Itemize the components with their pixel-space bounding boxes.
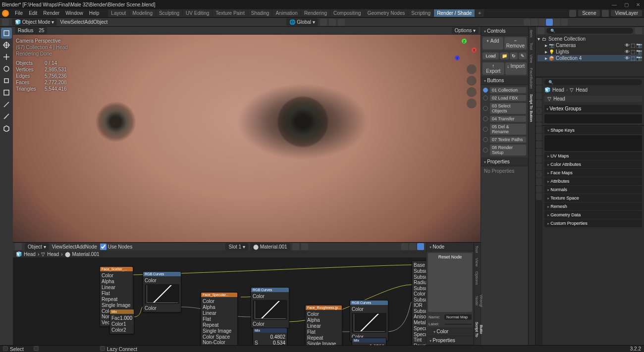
workspace-tab[interactable]: Animation bbox=[272, 9, 300, 17]
annotate-tool[interactable] bbox=[1, 99, 12, 110]
workspace-tab[interactable]: Scripting bbox=[408, 9, 433, 17]
rgb-curves-node-1[interactable]: RGB Curves ColorColor bbox=[143, 271, 181, 312]
menu-render[interactable]: Render bbox=[40, 9, 62, 17]
maximize-icon[interactable]: ▢ bbox=[622, 2, 630, 7]
side-tab[interactable]: Script To Button bbox=[529, 92, 535, 124]
props-tab-icon[interactable] bbox=[536, 134, 542, 141]
props-section[interactable]: Geometry Data bbox=[544, 211, 642, 219]
load-edit-icon[interactable]: ✎ bbox=[519, 52, 527, 59]
mode-menu-view[interactable]: View bbox=[60, 19, 71, 25]
pivot-icon[interactable] bbox=[338, 19, 345, 26]
workspace-tab[interactable]: Sculpting bbox=[156, 9, 182, 17]
ne-menu[interactable]: Node bbox=[85, 244, 97, 250]
shape-keys-slot[interactable] bbox=[544, 135, 642, 151]
export-button[interactable]: ↑ Export bbox=[483, 62, 504, 75]
side-tab[interactable]: Tool bbox=[529, 41, 535, 52]
mode-menu-object[interactable]: Object bbox=[93, 19, 107, 25]
viewport-shading-mat-icon[interactable] bbox=[553, 19, 560, 26]
ne-snap-icon[interactable] bbox=[417, 243, 424, 250]
rotate-tool[interactable] bbox=[1, 63, 12, 74]
viewport-shading-solid-icon[interactable] bbox=[546, 19, 553, 26]
outliner-filter-icon[interactable] bbox=[635, 27, 642, 34]
workspace-tab[interactable]: Modeling bbox=[129, 9, 156, 17]
workspace-tab[interactable]: Render / Shade bbox=[434, 9, 475, 17]
script-button-item[interactable]: 05 Del & Rename bbox=[482, 123, 527, 136]
outliner-item[interactable]: ▸📷Cameras👁⬚📷 bbox=[537, 42, 642, 49]
props-tab-icon[interactable] bbox=[536, 163, 542, 170]
rgb-curves-node-3[interactable]: RGB Curves ColorColor bbox=[350, 300, 388, 341]
overlay-icon[interactable] bbox=[531, 19, 538, 26]
node-name-field[interactable]: Name:Normal Map bbox=[427, 313, 474, 321]
buttons-panel-header[interactable]: Buttons bbox=[481, 76, 528, 85]
workspace-tab[interactable]: Geometry Nodes bbox=[365, 9, 408, 17]
cursor-tool[interactable] bbox=[1, 40, 12, 50]
props-section[interactable]: Texture Space bbox=[544, 194, 642, 202]
principled-bsdf-node[interactable]: Base ColorSubsurfaceSubsurface RadiusSub… bbox=[412, 260, 426, 345]
ne-object-dropdown[interactable]: Object ▾ bbox=[25, 243, 49, 251]
props-section[interactable]: Color Attributes bbox=[544, 160, 642, 168]
props-tab-icon[interactable] bbox=[536, 85, 542, 92]
axis-z-icon[interactable]: Z bbox=[462, 39, 467, 44]
shape-keys-section[interactable]: Shape Keys bbox=[544, 126, 642, 134]
side-tab[interactable]: View bbox=[475, 256, 480, 268]
node-panel-header[interactable]: Node bbox=[427, 243, 474, 251]
radius-field[interactable]: Radius 25 bbox=[15, 27, 47, 34]
zoom-icon[interactable] bbox=[467, 64, 477, 74]
close-icon[interactable]: ✕ bbox=[634, 2, 642, 7]
viewport-shading-render-icon[interactable] bbox=[561, 19, 568, 26]
hue-node-2[interactable]: Mix 0.2583FacColor bbox=[352, 338, 386, 345]
image-texture-node-spec[interactable]: Face_Specular... ColorAlphaLinearFlatRep… bbox=[201, 292, 238, 345]
axis-x-icon[interactable]: X bbox=[472, 48, 477, 52]
props-tab-icon[interactable] bbox=[536, 193, 542, 200]
rgb-curves-node-2[interactable]: RGB Curves ColorColor bbox=[251, 287, 289, 328]
props-tab-icon[interactable] bbox=[536, 107, 542, 114]
menu-edit[interactable]: Edit bbox=[26, 9, 40, 17]
move-tool[interactable] bbox=[1, 51, 12, 62]
outliner-type-icon[interactable] bbox=[537, 27, 544, 34]
workspace-tab[interactable]: Rendering bbox=[301, 9, 330, 17]
options-dropdown[interactable]: Options ▾ bbox=[452, 27, 479, 34]
use-nodes-checkbox[interactable]: Use Nodes bbox=[100, 244, 132, 250]
props-tab-icon[interactable] bbox=[536, 186, 542, 193]
node-props-panel[interactable]: Properties bbox=[427, 336, 474, 345]
ne-menu[interactable]: Add bbox=[76, 244, 85, 250]
props-tab-icon[interactable] bbox=[536, 78, 542, 85]
ne-menu[interactable]: Select bbox=[62, 244, 76, 250]
props-tab-icon[interactable] bbox=[536, 93, 542, 100]
script-button-item[interactable]: 04 Transfer bbox=[482, 115, 527, 123]
outliner-item[interactable]: ▸📦Collection 4👁⬚📷 bbox=[537, 55, 642, 61]
load-browse-icon[interactable]: 📁 bbox=[500, 52, 509, 59]
side-tab[interactable]: Item bbox=[529, 28, 535, 40]
props-tab-icon[interactable] bbox=[536, 141, 542, 148]
mat-new-icon[interactable] bbox=[292, 243, 299, 250]
pan-icon[interactable] bbox=[467, 76, 477, 86]
scene-selector[interactable]: Scene bbox=[578, 10, 600, 16]
vertex-groups-section[interactable]: Vertex Groups bbox=[544, 105, 642, 112]
props-tab-icon[interactable] bbox=[536, 156, 542, 163]
workspace-tab[interactable]: Compositing bbox=[330, 9, 364, 17]
outliner-search-input[interactable] bbox=[546, 28, 633, 34]
workspace-tab[interactable]: Texture Paint bbox=[213, 9, 247, 17]
slot-dropdown[interactable]: Slot 1 ▾ bbox=[225, 243, 248, 251]
script-button-item[interactable]: 07 Textre Paths bbox=[482, 136, 527, 144]
mode-menu-add[interactable]: Add bbox=[85, 19, 94, 25]
add-cube-tool[interactable] bbox=[1, 123, 12, 134]
proportional-icon[interactable] bbox=[329, 19, 336, 26]
persp-icon[interactable] bbox=[467, 99, 477, 108]
mode-menu-select[interactable]: Select bbox=[71, 19, 85, 25]
mat-unlink-icon[interactable] bbox=[301, 243, 308, 250]
script-button-item[interactable]: 03 Select Objects bbox=[482, 102, 527, 115]
axis-y-icon[interactable]: Y bbox=[455, 55, 460, 60]
workspace-tab[interactable]: Shading bbox=[248, 9, 272, 17]
viewlayer-selector[interactable]: ViewLayer bbox=[611, 10, 642, 16]
props-tab-icon[interactable] bbox=[536, 149, 542, 155]
editor-type-icon[interactable] bbox=[2, 19, 9, 26]
import-button[interactable]: ↓ Import bbox=[505, 62, 527, 75]
scene-icon[interactable] bbox=[569, 10, 576, 17]
node-label-field[interactable]: Label: bbox=[427, 321, 474, 327]
load-refresh-icon[interactable]: ↻ bbox=[510, 52, 518, 59]
properties-panel-header[interactable]: Properties bbox=[481, 157, 528, 166]
props-tab-icon[interactable] bbox=[536, 171, 542, 178]
viewport-3d[interactable]: Camera Perspective (67) Collection 4 | H… bbox=[13, 35, 481, 242]
camera-view-icon[interactable] bbox=[467, 87, 477, 97]
